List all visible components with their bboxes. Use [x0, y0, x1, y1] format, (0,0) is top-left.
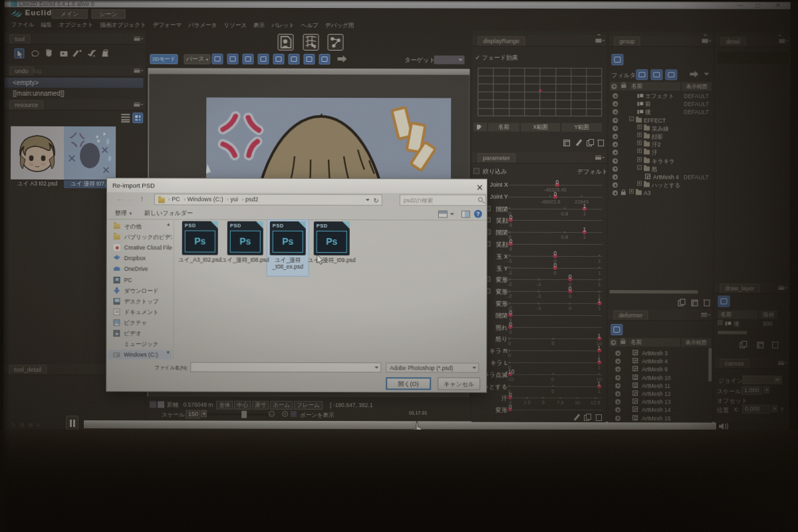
- view-options-icon[interactable]: [438, 210, 448, 217]
- speaker-icon[interactable]: [718, 423, 729, 430]
- parameter-slider[interactable]: 0 0: [507, 315, 602, 316]
- deformer-row[interactable]: ArtMesh 12: [608, 390, 708, 398]
- viewport-toggle-icon[interactable]: [257, 54, 269, 65]
- tree-expander[interactable]: +: [637, 140, 642, 145]
- search-input[interactable]: [402, 196, 472, 204]
- eye-icon[interactable]: [615, 350, 620, 356]
- tree-expander[interactable]: +: [637, 157, 642, 162]
- eye-icon[interactable]: [612, 174, 618, 180]
- deformer-row[interactable]: ArtMesh 9: [608, 366, 708, 374]
- deformer-row[interactable]: ArtMesh 15: [608, 414, 708, 422]
- parameter-slider[interactable]: 0 0.8 1 1: [508, 232, 602, 233]
- column-name[interactable]: 名前: [628, 338, 680, 346]
- help-icon[interactable]: ?: [474, 210, 482, 218]
- forward-icon[interactable]: →: [127, 194, 134, 202]
- deformer-row[interactable]: ArtMesh 13: [608, 398, 708, 406]
- deformer-row[interactable]: ArtMesh 10: [608, 374, 708, 382]
- model-mode-icon[interactable]: [278, 34, 294, 51]
- organize-button[interactable]: 整理 ▼: [115, 209, 133, 217]
- column-draw[interactable]: 描画: [759, 311, 777, 319]
- eye-icon[interactable]: [612, 110, 618, 115]
- panel-menu-icon[interactable]: [701, 313, 707, 317]
- menu-item[interactable]: 描画オブジェクト: [100, 21, 146, 30]
- close-button[interactable]: ✕: [775, 2, 782, 9]
- menu-item[interactable]: パラメータ: [188, 21, 217, 30]
- group-tree-row[interactable]: 後 DEFAULT: [608, 108, 713, 116]
- breadcrumb-segment[interactable]: PC: [172, 196, 180, 202]
- tree-expander[interactable]: -: [629, 116, 634, 121]
- menu-item[interactable]: ファイル: [11, 21, 35, 30]
- menu-item[interactable]: パレット: [271, 21, 295, 31]
- parameter-row[interactable]: 開閉 0 0.8 1 1: [473, 202, 606, 215]
- eye-icon[interactable]: [612, 101, 618, 106]
- parameter-row[interactable]: 笑顔 0 0: [473, 238, 606, 251]
- joint-dropdown[interactable]: [742, 376, 782, 384]
- parameter-row[interactable]: 照れ 0 0: [473, 321, 606, 333]
- drawlayer-row[interactable]: + 後 500: [716, 320, 789, 328]
- tool-icon[interactable]: [14, 49, 24, 59]
- group-hscrollbar[interactable]: [610, 290, 698, 293]
- file-item[interactable]: PSD Ps ユイ_漫符 _t08_ex.psd: [263, 221, 313, 270]
- fade-effect-checkbox[interactable]: ✓ フェード効果: [475, 54, 518, 63]
- file-item[interactable]: PSD Ps ユイ_漫符_t09.psd: [307, 221, 357, 264]
- displayrange-panel-tab[interactable]: displayRange: [478, 37, 525, 46]
- tree-expander[interactable]: +: [637, 181, 642, 186]
- eye-icon[interactable]: [612, 166, 618, 172]
- deformer-row[interactable]: ArtMesh 4: [608, 357, 708, 365]
- eye-icon[interactable]: [615, 416, 620, 421]
- tab-main[interactable]: メイン: [52, 9, 88, 19]
- minimize-button[interactable]: —: [737, 2, 744, 9]
- tool-icon[interactable]: [44, 49, 54, 59]
- eye-icon[interactable]: [615, 383, 620, 388]
- group-tree-row[interactable]: + キラキラ: [608, 157, 713, 165]
- parameter-slider[interactable]: -2 -1 0 1 1: [508, 303, 602, 304]
- eye-icon[interactable]: [612, 142, 618, 147]
- open-button[interactable]: 開く(O): [386, 377, 431, 390]
- group-tree-row[interactable]: + 汗2: [608, 140, 713, 148]
- deformer-mode-icon[interactable]: [610, 324, 622, 335]
- filename-input[interactable]: [190, 362, 381, 372]
- tool-icon[interactable]: [100, 49, 110, 59]
- maximize-button[interactable]: ▢: [755, 2, 762, 9]
- eye-icon[interactable]: [612, 118, 618, 123]
- menu-item[interactable]: デバッグ用: [325, 21, 354, 31]
- breadcrumb-segment[interactable]: yui: [231, 196, 239, 203]
- group-tree-row[interactable]: 前 DEFAULT: [608, 100, 713, 108]
- menu-item[interactable]: オブジェクト: [59, 21, 93, 30]
- back-icon[interactable]: ←: [116, 194, 124, 202]
- cancel-button[interactable]: キャンセル: [438, 377, 480, 390]
- chevron-down-icon[interactable]: [366, 199, 370, 203]
- parameter-row[interactable]: 変形 -2 -1 0 1 0: [473, 285, 606, 298]
- undo-history-item[interactable]: <empty>: [4, 78, 143, 88]
- viewport-toggle-icon[interactable]: [319, 54, 330, 65]
- viewport-toggle-icon[interactable]: [288, 54, 299, 65]
- drawlayer-panel-tab[interactable]: draw_layer: [720, 284, 760, 293]
- viewport-toggle-icon[interactable]: [273, 54, 284, 65]
- filetype-dropdown[interactable]: Adobe Photoshop (*.psd): [386, 362, 479, 372]
- filter-toggle-icon[interactable]: [650, 69, 662, 80]
- tree-expander[interactable]: +: [629, 190, 634, 194]
- eye-icon[interactable]: [612, 134, 618, 139]
- eye-icon[interactable]: [612, 150, 618, 156]
- node-graph-mode-icon[interactable]: [328, 34, 344, 51]
- group-tree-row[interactable]: + ハッとする: [608, 181, 713, 189]
- menu-item[interactable]: デフォーマ: [153, 21, 182, 30]
- tree-expander[interactable]: +: [637, 149, 642, 154]
- parameter-row[interactable]: 玉 Y -1 0 1 0: [473, 261, 606, 274]
- panel-menu-icon[interactable]: [702, 39, 708, 43]
- chevron-down-icon[interactable]: [704, 73, 709, 78]
- trash-icon[interactable]: [771, 341, 778, 348]
- breadcrumb-segment[interactable]: psd2: [245, 196, 259, 203]
- parameter-slider[interactable]: -1 0 1 0: [508, 267, 602, 268]
- breadcrumb[interactable]: ›PC ›Windows (C:) ›yui ›psd2 ↻: [154, 194, 382, 205]
- tree-expander[interactable]: +: [718, 321, 722, 325]
- parameter-row[interactable]: 怒り 0 5 10 1: [473, 332, 606, 345]
- group-mode-icon[interactable]: [611, 54, 623, 65]
- deformer-row[interactable]: ArtMesh 3: [608, 349, 708, 357]
- tree-expander[interactable]: +: [637, 124, 642, 129]
- filter-toggle-icon[interactable]: [665, 69, 677, 80]
- eye-icon[interactable]: [612, 93, 618, 98]
- column-name[interactable]: 名前: [628, 82, 680, 90]
- mesh-edit-mode-icon[interactable]: [303, 34, 319, 51]
- deformer-panel-tab[interactable]: deformer: [613, 311, 648, 320]
